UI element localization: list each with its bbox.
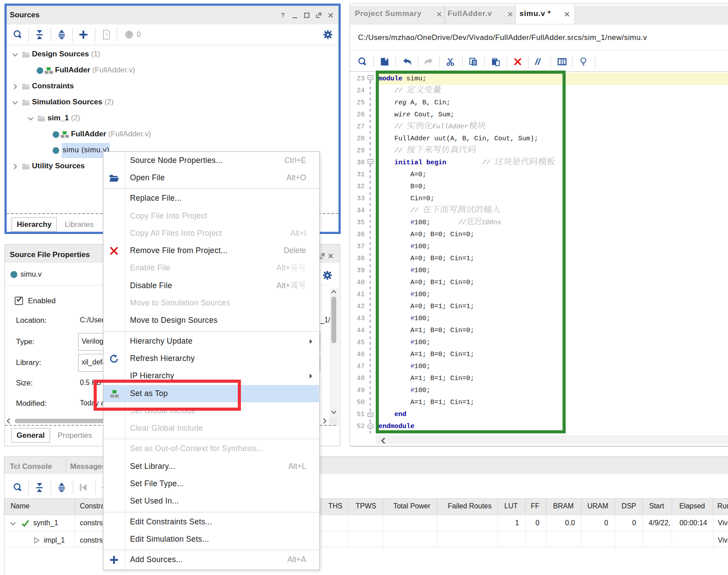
svg-text:?: ? <box>281 12 285 18</box>
svg-text:?: ? <box>105 32 108 38</box>
